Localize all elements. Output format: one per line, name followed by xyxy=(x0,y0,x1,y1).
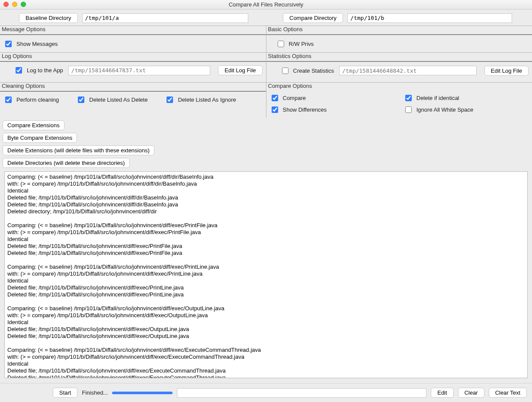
compare-checkbox[interactable] xyxy=(272,95,278,101)
clear-text-button[interactable]: Clear Text xyxy=(489,388,527,398)
delete-if-identical-checkbox[interactable] xyxy=(405,95,412,101)
window-close-icon[interactable] xyxy=(3,2,9,7)
delete-listed-as-delete-label: Delete Listed As Delete xyxy=(89,96,147,103)
window-minimize-icon[interactable] xyxy=(12,2,17,7)
log-to-app-checkbox[interactable] xyxy=(16,67,22,74)
perform-cleaning-label: Perform cleaning xyxy=(16,96,59,103)
compare-directory-button[interactable]: Compare Directory xyxy=(283,13,343,23)
show-differences-checkbox[interactable] xyxy=(272,106,278,113)
delete-listed-as-delete-checkbox[interactable] xyxy=(78,96,84,103)
create-statistics-checkbox[interactable] xyxy=(282,68,288,74)
statistics-file-path-input[interactable] xyxy=(339,66,477,75)
compare-extensions-button[interactable]: Compare Extensions xyxy=(3,120,64,130)
create-statistics-label: Create Statistics xyxy=(293,68,334,74)
compare-directory-input[interactable] xyxy=(347,13,512,23)
delete-if-identical-label: Delete if identical xyxy=(417,95,459,101)
window-title: Compare All Files Recursively xyxy=(229,1,304,8)
edit-button[interactable]: Edit xyxy=(431,388,453,398)
output-textarea[interactable] xyxy=(4,171,528,378)
status-message-input[interactable] xyxy=(177,388,426,398)
compare-options-title: Compare Options xyxy=(266,83,532,91)
log-file-path-input[interactable] xyxy=(68,66,210,75)
clear-button[interactable]: Clear xyxy=(458,388,484,398)
baseline-directory-button[interactable]: Baseline Directory xyxy=(19,13,78,23)
delete-directories-button[interactable]: Delete Directories (will delete these di… xyxy=(3,158,130,168)
window-titlebar: Compare All Files Recursively xyxy=(0,0,532,10)
statistics-options-title: Statistics Options xyxy=(266,53,532,61)
perform-cleaning-checkbox[interactable] xyxy=(5,96,12,103)
message-options-title: Message Options xyxy=(0,26,266,34)
ignore-all-white-space-label: Ignore All White Space xyxy=(417,106,474,113)
rw-privs-label: R/W Privs xyxy=(289,41,314,47)
compare-label: Compare xyxy=(283,95,306,101)
byte-compare-extensions-button[interactable]: Byte Compare Extensions xyxy=(3,133,77,143)
progress-fill xyxy=(112,392,173,394)
delete-listed-as-ignore-checkbox[interactable] xyxy=(167,96,173,103)
edit-log-file-button[interactable]: Edit Log File xyxy=(218,65,262,75)
show-messages-checkbox[interactable] xyxy=(5,41,12,47)
show-messages-label: Show Messages xyxy=(16,41,58,47)
progress-bar xyxy=(112,392,173,394)
edit-statistics-log-file-button[interactable]: Edit Log File xyxy=(484,66,529,76)
rw-privs-checkbox[interactable] xyxy=(278,41,284,47)
baseline-directory-input[interactable] xyxy=(82,13,249,23)
show-differences-label: Show Differences xyxy=(283,106,327,113)
delete-extensions-button[interactable]: Delete Extensions (will delete files wit… xyxy=(3,145,154,155)
log-options-title: Log Options xyxy=(0,53,266,61)
start-button[interactable]: Start xyxy=(53,388,77,398)
log-to-app-label: Log to the App xyxy=(27,67,63,74)
cleaning-options-title: Cleaning Options xyxy=(0,83,266,91)
delete-listed-as-ignore-label: Delete Listed As Ignore xyxy=(178,96,236,103)
window-maximize-icon[interactable] xyxy=(21,2,26,7)
ignore-all-white-space-checkbox[interactable] xyxy=(405,106,412,113)
status-text: Finished... xyxy=(82,389,108,396)
basic-options-title: Basic Options xyxy=(266,26,532,34)
